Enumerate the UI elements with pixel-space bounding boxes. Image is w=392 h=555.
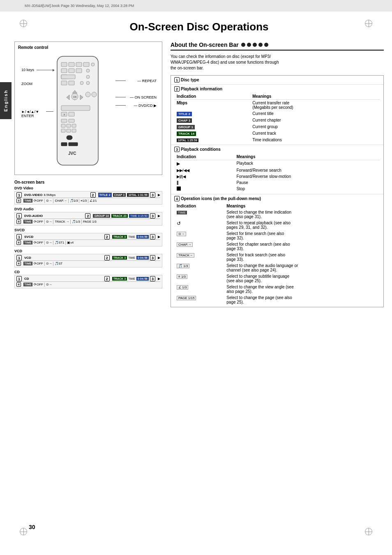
svcd-track-badge: TRACK 3: [112, 235, 127, 239]
vcd-top-right: 2 TRACK 3 TIME 0:04:58 3 ▶: [104, 255, 160, 260]
ratio-svcd: ▣v4: [67, 241, 74, 244]
indication-page: PAGE 1/15: [174, 295, 224, 305]
dvd-audio-type: DVD-AUDIO: [24, 214, 43, 218]
section-title: About the On-screen Bar: [171, 41, 384, 51]
svcd-bottom: 4 TIME ⟳OFF ⊙→ 🎵ST1 ▣v4: [16, 240, 160, 245]
chapsearch-op-badge: CHAP.→: [177, 242, 193, 247]
info-box: 1 Disc type 2 Playback information Indic…: [171, 75, 384, 307]
circle-arrow-svcd: ⊙→: [46, 241, 52, 244]
snum-1-svcd: 1: [16, 234, 22, 240]
indication-subtitle: ≡ 1/3: [174, 273, 224, 284]
svg-rect-38: [61, 143, 67, 146]
meaning-page: Select to change the page (see alsopage …: [224, 295, 380, 305]
audio-dvda: 🎵1/3: [72, 220, 80, 223]
page-number: 30: [29, 524, 35, 530]
indication-mbps: Mbps: [174, 100, 250, 111]
svg-point-23: [85, 92, 90, 97]
dvd-video-bottom: 4 TIME ⟳OFF ⊙→ CHAP.→ 🎵1/3 ≡1/3: [16, 198, 160, 203]
svg-rect-37: [67, 136, 72, 140]
st-vcd: 🎵ST: [55, 262, 62, 265]
vcd-time-val: 0:04:58: [136, 256, 149, 260]
meaning-title: Current title: [250, 111, 380, 117]
repeat-btn-dvda: ⟳OFF: [34, 220, 43, 223]
snum-4-vcd: 4: [16, 261, 21, 266]
tracksearch-op-badge: TRACK→: [177, 253, 194, 258]
dvd-audio-top-left: 1 DVD-AUDIO: [16, 213, 43, 219]
label-enter: ►/◄/▲/▼ENTER: [21, 110, 39, 118]
sep-vcd-2: [53, 262, 53, 266]
section2-header: 2 Playback information: [174, 86, 380, 92]
op-icons-title: Operation icons (on the pull-down menu): [181, 196, 261, 201]
cd-label: CD: [14, 270, 162, 274]
circle-arrow-cd: ⊙→: [46, 283, 52, 286]
bars-title: On-screen bars: [14, 180, 162, 184]
cd-track-badge: TRACK 3: [112, 277, 127, 281]
circle-arrow: ⊙→: [46, 199, 52, 203]
description: You can check the information on disc (e…: [171, 54, 384, 71]
audio-ch-op-badge: 🎵 1/3: [177, 264, 189, 268]
table-row: ▶ Playback: [174, 160, 380, 168]
indication-audio-ch: 🎵 1/3: [174, 263, 224, 273]
dot-indicators: [241, 43, 268, 47]
svg-rect-31: [61, 124, 65, 127]
circle-arrow-dvda: ⊙→: [46, 220, 52, 223]
svg-point-9: [86, 69, 90, 72]
sep1: [44, 199, 45, 203]
meaning-subtitle: Select to change subtitle language(see a…: [224, 273, 380, 284]
sep3: [68, 199, 69, 203]
vcd-type: VCD: [24, 256, 31, 260]
sidebar-tab: English: [0, 82, 12, 119]
svg-rect-33: [72, 124, 76, 127]
cd-bottom: 4 TIME ⟳OFF ⊙→: [16, 282, 160, 287]
cd-bar: 1 CD 2 TRACK 3 TIME 0:04:58 3 ▶: [14, 275, 162, 288]
meaning-audio-ch: Select to change the audio language orch…: [224, 263, 380, 273]
sep-dvda-2: [53, 220, 53, 224]
snum-playback-info: 2: [174, 86, 180, 92]
svg-text:JVC: JVC: [68, 151, 76, 156]
total-badge-right: 10TAL 1:25:59: [177, 138, 198, 142]
snum-3-svcd: 3: [150, 234, 155, 240]
right-column: About the On-screen Bar You can check th…: [171, 41, 384, 311]
angle: ∠1/1: [90, 199, 97, 203]
sep-dvda-1: [44, 220, 45, 224]
main-content: On-Screen Disc Operations Remote control…: [14, 16, 384, 539]
table-row: CHAP.→ Select for chapter search (see al…: [174, 241, 380, 252]
sep-dvda-4: [81, 220, 82, 224]
th-indication-4: Indication: [174, 203, 224, 209]
meaning-tracksearch: Select for track search (see alsopage 33…: [224, 252, 380, 263]
cd-time-val: 0:04:58: [136, 277, 149, 281]
table-row: CHAP 3 Current chapter: [174, 117, 380, 124]
arrow-repeat: [115, 81, 126, 81]
table-row: ↺ Select to repeat playback (see alsopag…: [174, 220, 380, 230]
cd-type: CD: [24, 277, 29, 281]
time-btn-svcd: TIME: [23, 241, 32, 244]
top-bar: MX-JD5&8[UW].book Page 30 Wednesday, May…: [0, 0, 392, 12]
play-triangle: ▶: [177, 161, 180, 166]
svg-text:II: II: [64, 113, 65, 116]
snum-4-dvda: 4: [16, 219, 21, 224]
svcd-time-val: 0:04:59: [136, 235, 149, 239]
sep4: [79, 199, 79, 203]
snum-4-dvd: 4: [16, 198, 21, 203]
table-row: GROUP 1 Current group: [174, 124, 380, 130]
page-dvda: PAGE 1/3: [83, 220, 97, 223]
svg-point-24: [92, 92, 97, 97]
meaning-chap: Current chapter: [250, 117, 380, 124]
playback-info-title: Playback information: [181, 87, 222, 91]
table-row: 10TAL 1:25:59 Time indications: [174, 137, 380, 143]
snum-3-dvda: 3: [150, 213, 155, 219]
svcd-label: SVCD: [14, 228, 162, 232]
snum-disc-type: 1: [174, 77, 180, 83]
indication-angle: ∠ 1/3: [174, 284, 224, 295]
play-icon-svcd: ▶: [158, 235, 160, 239]
remote-svg: OK II: [47, 54, 108, 167]
svg-rect-1: [61, 62, 67, 67]
table-row: ▶|/|◀ Forward/Reverse slow-motion: [174, 173, 380, 180]
bars-section: On-screen bars DVD Video 1 DVD-VIDEO 8.5…: [14, 180, 162, 288]
repeat-btn-svcd: ⟳OFF: [34, 241, 43, 244]
svg-rect-13: [61, 81, 67, 85]
indication-timesearch: ⊙→: [174, 230, 224, 241]
svg-rect-2: [69, 62, 74, 67]
remote-label: Remote control: [18, 45, 159, 50]
svg-rect-8: [76, 69, 82, 73]
